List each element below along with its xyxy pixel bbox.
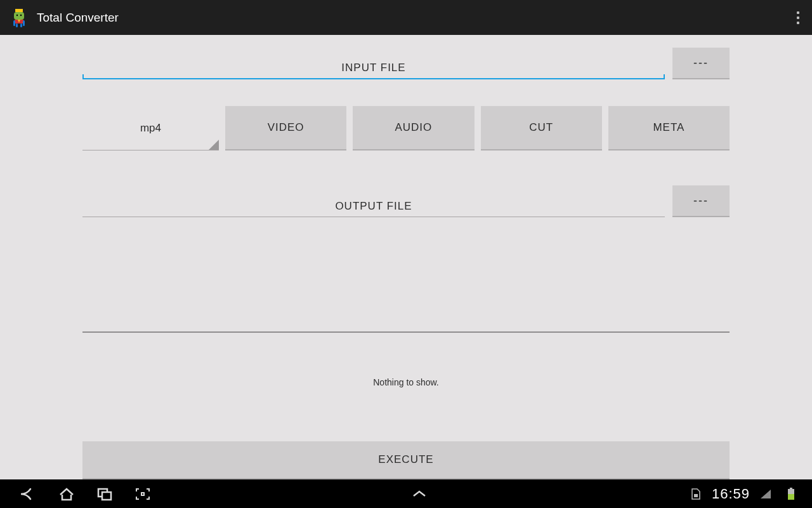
output-file-row: OUTPUT FILE --- — [82, 185, 730, 217]
app-icon — [9, 8, 29, 28]
svg-rect-13 — [790, 488, 792, 489]
back-icon[interactable] — [19, 485, 38, 504]
tab-cut[interactable]: CUT — [481, 106, 602, 150]
svg-rect-15 — [788, 494, 794, 500]
svg-rect-0 — [15, 9, 23, 12]
execute-button[interactable]: EXECUTE — [82, 441, 730, 479]
tab-video[interactable]: VIDEO — [225, 106, 346, 150]
svg-rect-5 — [13, 20, 15, 26]
system-nav-bar: 16:59 — [0, 479, 812, 508]
input-file-field[interactable]: INPUT FILE — [82, 49, 665, 79]
svg-rect-11 — [141, 493, 144, 495]
signal-icon — [756, 485, 775, 504]
status-clock: 16:59 — [712, 486, 750, 502]
app-title: Total Converter — [37, 11, 119, 25]
svg-rect-1 — [14, 12, 24, 20]
svg-rect-8 — [20, 23, 22, 27]
svg-point-3 — [20, 14, 22, 15]
tab-audio[interactable]: AUDIO — [353, 106, 474, 150]
svg-rect-6 — [23, 20, 25, 26]
format-selected: mp4 — [140, 122, 161, 135]
command-preview-divider — [82, 331, 730, 333]
overflow-menu-icon[interactable] — [793, 8, 803, 28]
sim-icon — [686, 485, 705, 504]
input-browse-button[interactable]: --- — [672, 48, 730, 79]
format-spinner[interactable]: mp4 — [82, 106, 219, 150]
input-file-row: INPUT FILE --- — [82, 48, 730, 79]
tabs-row: mp4 VIDEO AUDIO CUT META — [82, 106, 730, 150]
action-bar: Total Converter — [0, 0, 812, 35]
output-file-field[interactable]: OUTPUT FILE — [82, 187, 665, 217]
input-file-label: INPUT FILE — [341, 62, 405, 78]
svg-rect-7 — [16, 23, 18, 27]
battery-icon — [782, 485, 801, 504]
svg-rect-10 — [102, 492, 111, 500]
home-icon[interactable] — [57, 485, 76, 504]
recent-apps-icon[interactable] — [95, 485, 114, 504]
expand-icon[interactable] — [410, 485, 429, 504]
svg-rect-12 — [694, 494, 698, 497]
output-file-label: OUTPUT FILE — [335, 200, 412, 217]
tab-meta[interactable]: META — [608, 106, 730, 150]
svg-point-2 — [16, 14, 18, 15]
screenshot-icon[interactable] — [133, 485, 152, 504]
status-message: Nothing to show. — [82, 377, 730, 387]
output-browse-button[interactable]: --- — [672, 185, 730, 217]
